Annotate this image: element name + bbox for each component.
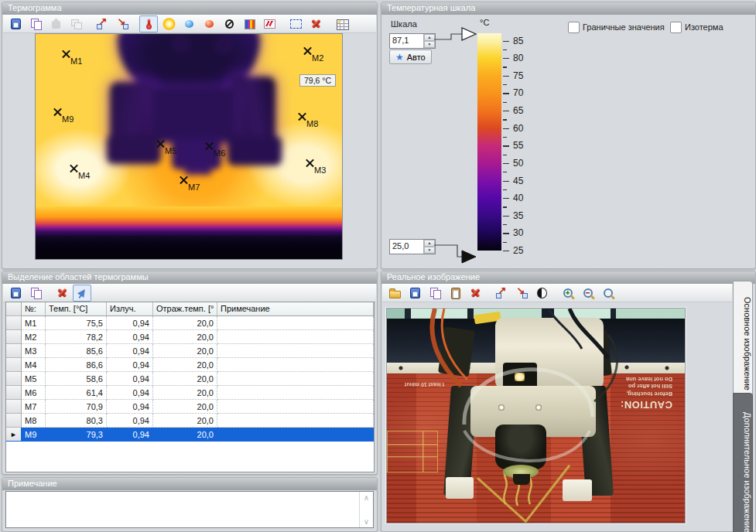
column-header-emissivity[interactable]: Излуч. — [107, 302, 153, 316]
cell-reflected-temp[interactable]: 20,0 — [153, 414, 217, 428]
cell-reflected-temp[interactable]: 20,0 — [153, 358, 217, 372]
cell-emissivity[interactable]: 0,94 — [107, 316, 153, 330]
folder-open-button[interactable] — [385, 285, 404, 302]
cell-note[interactable] — [217, 358, 374, 372]
spinner-up-button[interactable] — [424, 240, 435, 247]
delete-button[interactable] — [306, 15, 325, 32]
cell-reflected-temp[interactable]: 20,0 — [153, 386, 217, 400]
cell-reflected-temp[interactable]: 20,0 — [153, 400, 217, 414]
cell-reflected-temp[interactable]: 20,0 — [153, 428, 217, 442]
contrast-button[interactable] — [532, 285, 551, 302]
row-header-cell[interactable] — [6, 316, 22, 330]
isotherm-checkbox[interactable] — [670, 22, 682, 33]
zoom-out-button[interactable] — [579, 285, 597, 302]
cell-note[interactable] — [217, 428, 374, 442]
spinner-down-button[interactable] — [424, 41, 435, 48]
column-header-temp[interactable]: Темп. [°C] — [46, 302, 107, 316]
cell-number[interactable]: M9 — [22, 428, 46, 442]
null-symbol-button[interactable] — [220, 15, 238, 32]
resize-in-button[interactable] — [512, 285, 531, 302]
histogram-button[interactable] — [240, 15, 258, 32]
cell-number[interactable]: M6 — [22, 386, 46, 400]
cell-number[interactable]: M8 — [22, 414, 46, 428]
cell-reflected-temp[interactable]: 20,0 — [153, 330, 217, 344]
cell-emissivity[interactable]: 0,94 — [107, 414, 153, 428]
resize-in-button[interactable] — [113, 15, 132, 32]
cell-number[interactable]: M2 — [22, 330, 46, 344]
cell-reflected-temp[interactable]: 20,0 — [153, 372, 217, 386]
delete-button[interactable] — [466, 285, 484, 302]
scale-min-value[interactable]: 25,0 — [390, 240, 423, 254]
cell-emissivity[interactable]: 0,94 — [107, 386, 153, 400]
boundary-values-checkbox[interactable] — [568, 22, 580, 33]
note-scrollbar[interactable]: ∧ ∨ — [359, 492, 373, 527]
row-header-cell[interactable] — [6, 344, 22, 358]
thermometer-button[interactable] — [139, 15, 158, 32]
spinner-up-button[interactable] — [424, 34, 435, 41]
scale-max-value[interactable]: 87,1 — [390, 34, 423, 48]
zoom-in-button[interactable] — [559, 285, 577, 302]
cell-temp[interactable]: 75,5 — [46, 316, 107, 330]
row-header-cell[interactable]: ► — [6, 428, 22, 442]
scroll-down-icon[interactable]: ∨ — [364, 517, 369, 526]
save-button[interactable] — [6, 285, 25, 302]
cell-note[interactable] — [217, 400, 374, 414]
column-header-reflected[interactable]: Отраж.темп. [° — [153, 302, 217, 316]
real-image[interactable]: t least 10 minut CAUTION: Before touchin… — [386, 308, 686, 523]
copy-button[interactable] — [26, 15, 45, 32]
column-header-note[interactable]: Примечание — [217, 302, 374, 316]
cell-note[interactable] — [217, 344, 374, 358]
table-row-m5[interactable]: M558,60,9420,0 — [6, 372, 374, 386]
cell-temp[interactable]: 70,9 — [46, 400, 107, 414]
dot-blue-button[interactable] — [180, 15, 198, 32]
row-header-cell[interactable] — [6, 372, 22, 386]
cell-number[interactable]: M5 — [22, 372, 46, 386]
dot-red-button[interactable] — [200, 15, 218, 32]
resize-out-button[interactable] — [492, 285, 511, 302]
scroll-up-icon[interactable]: ∧ — [364, 493, 369, 502]
row-header-cell[interactable] — [6, 330, 22, 344]
cell-temp[interactable]: 80,3 — [46, 414, 107, 428]
cell-number[interactable]: M4 — [22, 358, 46, 372]
cell-note[interactable] — [217, 316, 374, 330]
cell-number[interactable]: M1 — [22, 316, 46, 330]
zoom-original-button[interactable] — [599, 285, 617, 302]
scale-min-spinner[interactable]: 25,0 — [389, 239, 436, 254]
table-row-m6[interactable]: M661,40,9420,0 — [6, 386, 374, 400]
cell-number[interactable]: M7 — [22, 400, 46, 414]
paste-button[interactable] — [446, 285, 464, 302]
table-row-m4[interactable]: M486,60,9420,0 — [6, 358, 374, 372]
cell-temp[interactable]: 61,4 — [46, 386, 107, 400]
grid-button[interactable] — [333, 15, 351, 32]
selection-button[interactable] — [286, 15, 305, 32]
cell-note[interactable] — [217, 386, 374, 400]
cell-temp[interactable]: 78,2 — [46, 330, 107, 344]
cell-temp[interactable]: 58,6 — [46, 372, 107, 386]
delete-button[interactable] — [53, 285, 71, 302]
auto-scale-button[interactable]: Авто — [389, 49, 432, 64]
scale-max-spinner[interactable]: 87,1 — [389, 33, 436, 49]
cell-number[interactable]: M3 — [22, 344, 46, 358]
row-header-cell[interactable] — [6, 358, 22, 372]
table-row-m3[interactable]: M385,60,9420,0 — [6, 344, 374, 358]
cell-reflected-temp[interactable]: 20,0 — [153, 344, 217, 358]
pointer-button[interactable] — [73, 285, 91, 302]
cell-emissivity[interactable]: 0,94 — [107, 400, 153, 414]
cell-emissivity[interactable]: 0,94 — [107, 428, 153, 442]
cell-emissivity[interactable]: 0,94 — [107, 372, 153, 386]
table-row-m9[interactable]: ►M979,30,9420,0 — [6, 428, 374, 442]
cell-note[interactable] — [217, 330, 374, 344]
save-button[interactable] — [405, 285, 424, 302]
cell-emissivity[interactable]: 0,94 — [107, 344, 153, 358]
copy-button[interactable] — [26, 285, 45, 302]
cell-emissivity[interactable]: 0,94 — [107, 330, 153, 344]
row-header-cell[interactable] — [6, 414, 22, 428]
cell-temp[interactable]: 79,3 — [46, 428, 107, 442]
table-row-m2[interactable]: M278,20,9420,0 — [6, 330, 374, 344]
tab-main-image[interactable]: Основное изображение — [733, 281, 753, 406]
chart-button[interactable] — [260, 15, 279, 32]
column-header-number[interactable]: №: — [22, 302, 46, 316]
table-row-m8[interactable]: M880,30,9420,0 — [6, 414, 374, 428]
sun-button[interactable] — [159, 15, 178, 32]
table-row-m1[interactable]: M175,50,9420,0 — [6, 316, 374, 330]
